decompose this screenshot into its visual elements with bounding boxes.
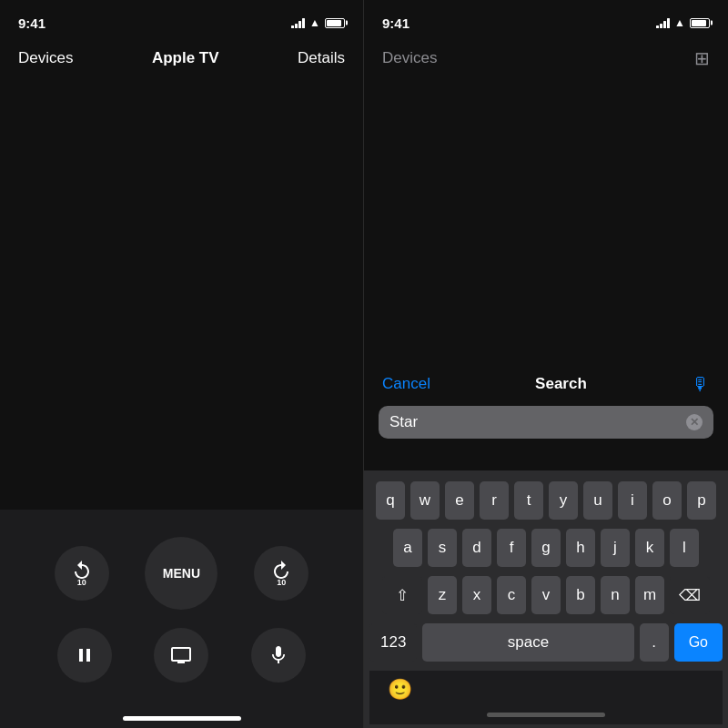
key-d[interactable]: d <box>462 529 491 567</box>
go-key[interactable]: Go <box>674 623 723 662</box>
wifi-icon: ▲ <box>309 16 320 29</box>
space-key[interactable]: space <box>422 623 633 662</box>
period-key[interactable]: . <box>640 623 669 662</box>
play-pause-button[interactable] <box>57 628 112 682</box>
key-h[interactable]: h <box>566 529 595 567</box>
right-home-indicator-container <box>369 709 723 724</box>
search-title: Search <box>430 375 692 393</box>
key-i[interactable]: i <box>618 481 647 520</box>
menu-label: MENU <box>163 566 200 581</box>
right-status-bar: 9:41 ▲ <box>364 0 728 40</box>
key-z[interactable]: z <box>428 576 457 614</box>
tv-icon <box>170 644 192 666</box>
left-home-indicator <box>123 716 241 721</box>
right-signal-icon <box>656 18 670 28</box>
keyboard-row-3: ⇧ z x c v b n m ⌫ <box>369 576 723 614</box>
keyboard-row-1: q w e r t y u i o p <box>369 481 723 520</box>
key-o[interactable]: o <box>652 481 682 520</box>
battery-icon <box>325 18 345 28</box>
key-m[interactable]: m <box>635 576 664 614</box>
right-nav-bar: Devices ⊞ <box>364 40 728 80</box>
right-nav-devices[interactable]: Devices <box>382 49 437 67</box>
left-nav-title: Apple TV <box>152 49 219 67</box>
forward-label: 10 <box>277 578 286 587</box>
key-x[interactable]: x <box>462 576 491 614</box>
key-b[interactable]: b <box>566 576 595 614</box>
left-status-icons: ▲ <box>291 16 345 29</box>
right-battery-icon <box>690 18 710 28</box>
remote-row-1: 10 MENU 10 <box>0 528 363 619</box>
signal-icon <box>291 18 305 28</box>
mic-button[interactable] <box>251 628 306 682</box>
key-v[interactable]: v <box>531 576 561 614</box>
search-input-container[interactable]: ✕ <box>379 406 713 439</box>
key-k[interactable]: k <box>635 529 664 567</box>
shift-key[interactable]: ⇧ <box>382 576 422 614</box>
search-input[interactable] <box>389 413 686 431</box>
delete-key[interactable]: ⌫ <box>670 576 710 614</box>
left-nav-details[interactable]: Details <box>298 49 345 67</box>
key-w[interactable]: w <box>410 481 440 520</box>
left-panel: 9:41 ▲ Devices Apple TV Details <box>0 0 364 728</box>
remote-controls: 10 MENU 10 <box>0 510 363 728</box>
keyboard-row-2: a s d f g h j k l <box>369 529 723 567</box>
right-panel: 9:41 ▲ Devices ⊞ Cancel Search 🎙 <box>364 0 728 728</box>
rewind-label: 10 <box>77 578 86 587</box>
key-j[interactable]: j <box>601 529 630 567</box>
key-e[interactable]: e <box>445 481 474 520</box>
mic-icon <box>268 644 289 666</box>
keyboard: q w e r t y u i o p a s d f g h j k l ⇧ … <box>364 470 728 728</box>
key-u[interactable]: u <box>583 481 612 520</box>
play-pause-icon <box>74 644 96 666</box>
left-status-bar: 9:41 ▲ <box>0 0 363 40</box>
right-time: 9:41 <box>382 15 410 31</box>
keyboard-bottom-bar: 🙂 <box>369 671 723 709</box>
emoji-button[interactable]: 🙂 <box>388 678 412 702</box>
key-t[interactable]: t <box>514 481 543 520</box>
cancel-button[interactable]: Cancel <box>382 375 430 393</box>
search-header: Cancel Search 🎙 <box>379 374 713 395</box>
tv-button[interactable] <box>154 628 208 682</box>
left-time: 9:41 <box>18 15 46 31</box>
key-l[interactable]: l <box>670 529 699 567</box>
rewind-button[interactable]: 10 <box>55 546 109 601</box>
numbers-key[interactable]: 123 <box>369 623 417 662</box>
search-area: Cancel Search 🎙 ✕ <box>364 359 728 450</box>
key-s[interactable]: s <box>428 529 457 567</box>
key-f[interactable]: f <box>497 529 526 567</box>
grid-icon[interactable]: ⊞ <box>694 47 710 69</box>
search-mic-icon[interactable]: 🎙 <box>692 374 710 395</box>
keyboard-row-4: 123 space . Go <box>369 623 723 662</box>
right-content-area <box>364 80 728 359</box>
key-r[interactable]: r <box>480 481 509 520</box>
key-c[interactable]: c <box>497 576 526 614</box>
right-wifi-icon: ▲ <box>674 16 685 29</box>
key-p[interactable]: p <box>687 481 716 520</box>
left-nav-devices[interactable]: Devices <box>18 49 73 67</box>
key-g[interactable]: g <box>531 529 561 567</box>
right-home-indicator <box>487 713 605 717</box>
search-clear-button[interactable]: ✕ <box>686 414 703 430</box>
menu-button[interactable]: MENU <box>145 537 217 610</box>
remote-row-2 <box>0 619 363 692</box>
forward-button[interactable]: 10 <box>254 546 308 601</box>
key-q[interactable]: q <box>376 481 405 520</box>
left-nav-bar: Devices Apple TV Details <box>0 40 363 80</box>
key-a[interactable]: a <box>393 529 422 567</box>
key-n[interactable]: n <box>601 576 630 614</box>
right-status-icons: ▲ <box>656 16 710 29</box>
key-y[interactable]: y <box>549 481 578 520</box>
